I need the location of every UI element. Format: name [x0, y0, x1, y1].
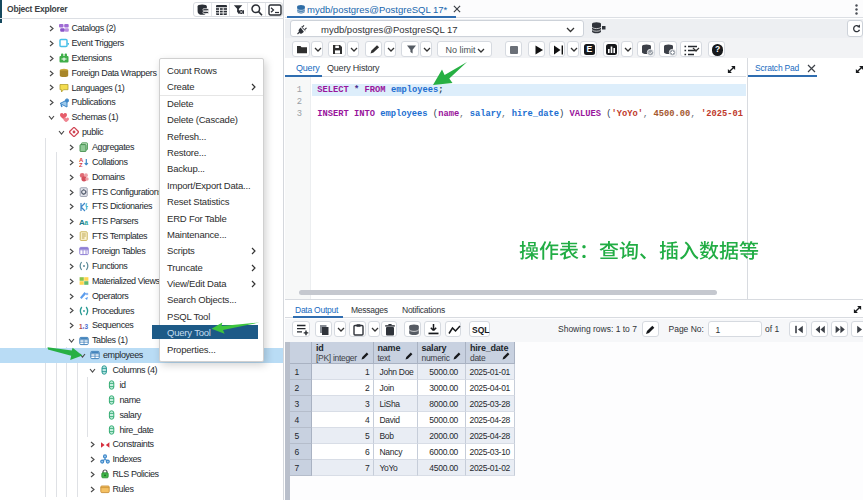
- svg-text:1: 1: [79, 322, 83, 329]
- svg-text:Z: Z: [79, 162, 83, 167]
- svg-text:a: a: [85, 219, 89, 226]
- svg-text:3: 3: [85, 322, 89, 329]
